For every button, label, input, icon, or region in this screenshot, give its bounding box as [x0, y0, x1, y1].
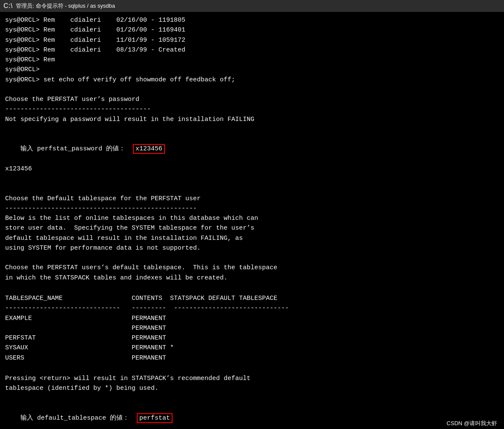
line-11: Not specifying a password will result in… [5, 115, 499, 124]
line-12 [5, 124, 499, 134]
line-21: using SYSTEM for performance data is not… [5, 243, 499, 253]
after-table-2: tablespace (identified by *) being used. [5, 383, 499, 393]
table-row-3: PERFSTAT PERMANENT [5, 333, 499, 343]
table-row-5: USERS PERMANENT [5, 353, 499, 363]
password-prompt-prefix: 输入 perfstat_password 的値： [20, 145, 125, 153]
watermark: CSDN @请叫我大虾 [440, 418, 504, 429]
line-echo: x123456 [5, 164, 499, 174]
line-25 [5, 283, 499, 293]
terminal: sys@ORCL> Rem cdialeri 02/16/00 - 119180… [0, 12, 504, 429]
title-bar-text: 管理员: 命令提示符 - sqlplus / as sysdba [16, 2, 115, 10]
line-2: sys@ORCL> Rem cdialeri 01/26/00 - 116940… [5, 25, 499, 35]
password-input-highlighted: x123456 [133, 144, 165, 154]
table-row-4: SYSAUX PERMANENT * [5, 343, 499, 353]
line-4: sys@ORCL> Rem cdialeri 08/13/99 - Create… [5, 45, 499, 55]
line-7: sys@ORCL> set echo off verify off showmo… [5, 75, 499, 85]
line-3: sys@ORCL> Rem cdialeri 11/01/99 - 105917… [5, 35, 499, 45]
line-24: in which the STATSPACK tables and indexe… [5, 273, 499, 283]
after-table-3 [5, 394, 499, 403]
table-row-2: PERMANENT [5, 323, 499, 333]
line-9: Choose the PERFSTAT user’s password [5, 95, 499, 104]
tablespace-table: TABLESPACE_NAME CONTENTS STATSPACK DEFAU… [5, 294, 499, 363]
tablespace-prompt-prefix: 输入 default_tablespace 的値： [20, 415, 129, 422]
title-bar-icon: C:\ [3, 2, 12, 10]
table-divider: ------------------------------ ---------… [5, 303, 499, 313]
password-prompt-line: 输入 perfstat_password 的値： x123456 [5, 134, 499, 164]
after-table-blank [5, 364, 499, 374]
line-17: ----------------------------------------… [5, 204, 499, 213]
tablespace-prompt-line: 输入 default_tablespace 的値： perfstat [5, 403, 499, 429]
line-22 [5, 253, 499, 263]
line-19: store user data. Specifying the SYSTEM t… [5, 223, 499, 233]
line-10: -------------------------------------- [5, 104, 499, 114]
line-8 [5, 85, 499, 95]
line-6: sys@ORCL> [5, 65, 499, 75]
after-table-1: Pressing <return> will result in STATSPA… [5, 374, 499, 383]
line-1: sys@ORCL> Rem cdialeri 02/16/00 - 119180… [5, 15, 499, 25]
table-row-1: EXAMPLE PERMANENT [5, 314, 499, 323]
tablespace-input-highlighted: perfstat [137, 413, 173, 423]
line-blank2 [5, 184, 499, 193]
line-5: sys@ORCL> Rem [5, 55, 499, 65]
line-18: Below is the list of online tablespaces … [5, 213, 499, 223]
line-20: default tablespace will result in the in… [5, 233, 499, 243]
line-23: Choose the PERFSTAT users’s default tabl… [5, 263, 499, 273]
line-16: Choose the Default tablespace for the PE… [5, 194, 499, 204]
table-header: TABLESPACE_NAME CONTENTS STATSPACK DEFAU… [5, 294, 499, 303]
title-bar: C:\ 管理员: 命令提示符 - sqlplus / as sysdba [0, 0, 504, 12]
line-blank1 [5, 174, 499, 184]
